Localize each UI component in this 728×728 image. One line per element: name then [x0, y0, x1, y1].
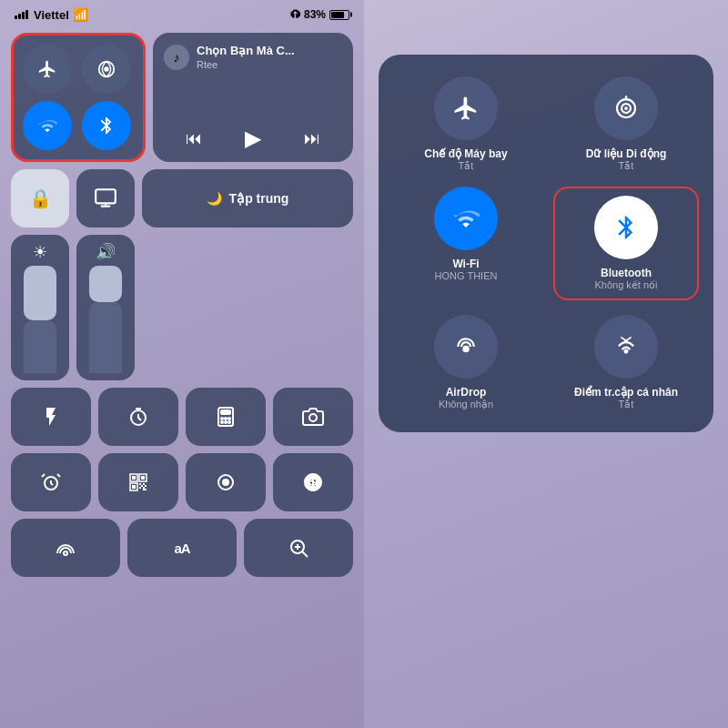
focus-label: Tập trung	[229, 191, 289, 206]
alarm-button[interactable]	[11, 453, 91, 511]
svg-rect-24	[141, 485, 143, 487]
timer-button[interactable]	[98, 388, 178, 446]
svg-point-30	[223, 480, 228, 485]
svg-point-41	[462, 346, 470, 353]
wifi-status-icon: 📶	[73, 7, 88, 22]
brightness-icon: ☀	[33, 242, 47, 262]
track-title: Chọn Bạn Mà C...	[197, 44, 295, 57]
svg-rect-19	[141, 476, 145, 480]
brightness-slider[interactable]: ☀	[11, 235, 69, 380]
svg-rect-2	[96, 189, 116, 203]
airplane-button[interactable]	[23, 45, 72, 94]
mobile-data-sublabel: Tắt	[586, 160, 667, 172]
wifi-sublabel: HONG THIEN	[435, 270, 498, 281]
svg-rect-27	[143, 487, 145, 490]
signal-bar-3	[22, 12, 25, 19]
play-button[interactable]: ▶	[245, 126, 261, 151]
airplane-mode-expanded[interactable]: Chế độ Máy bay Tắt	[393, 76, 539, 172]
brightness-fill	[24, 266, 56, 320]
location-icon: ⮉	[289, 8, 300, 21]
battery-icon	[329, 10, 349, 20]
mobile-data-button[interactable]	[82, 45, 131, 94]
rewind-button[interactable]: ⏮	[186, 129, 202, 148]
airplane-label: Chế độ Máy bay	[424, 147, 507, 160]
expanded-connectivity-panel: Chế độ Máy bay Tắt Dữ liệu Di động Tắt	[379, 55, 713, 432]
now-playing-widget: ♪ Chọn Bạn Mà C... Rtee ⏮ ▶ ⏭	[153, 33, 353, 162]
wifi-button[interactable]	[23, 101, 72, 150]
hotspot-expanded[interactable]: Điểm tr.cập cá nhân Tắt	[553, 315, 699, 410]
bluetooth-circle	[594, 196, 658, 259]
hotspot-sublabel: Tắt	[574, 399, 678, 410]
svg-point-8	[221, 418, 223, 420]
record-button[interactable]	[186, 453, 266, 511]
top-row: ♪ Chọn Bạn Mà C... Rtee ⏮ ▶ ⏭	[11, 33, 353, 162]
focus-button[interactable]: 🌙 Tập trung	[142, 169, 353, 228]
torch-button[interactable]	[11, 388, 91, 446]
signal-bar-2	[18, 14, 21, 19]
track-artist: Rtee	[197, 59, 295, 70]
volume-slider[interactable]: 🔊	[76, 235, 135, 380]
status-bar: Viettel 📶 ⮉ 83%	[0, 0, 364, 25]
status-right: ⮉ 83%	[289, 8, 349, 21]
svg-point-1	[104, 66, 109, 72]
second-row: 🔒 🌙 Tập trung	[11, 169, 353, 228]
carrier-label: Viettel	[34, 8, 69, 22]
hotspot-circle	[594, 315, 658, 379]
mobile-data-expanded[interactable]: Dữ liệu Di động Tắt	[553, 76, 699, 172]
svg-rect-23	[143, 483, 145, 485]
svg-rect-25	[145, 485, 147, 487]
left-phone-panel: Viettel 📶 ⮉ 83%	[0, 0, 364, 728]
airdrop-expanded[interactable]: AirDrop Không nhận	[393, 315, 539, 410]
airplane-circle	[434, 76, 498, 140]
magnifier-button[interactable]	[244, 519, 353, 577]
bluetooth-label: Bluetooth	[594, 267, 657, 279]
svg-point-12	[225, 421, 227, 423]
svg-point-9	[225, 418, 227, 420]
signal-bar-1	[15, 15, 17, 19]
hotspot-label: Điểm tr.cập cá nhân	[574, 386, 678, 399]
text-size-button[interactable]: aA	[127, 519, 237, 577]
mobile-data-circle	[594, 76, 658, 140]
shazam-button[interactable]: S	[273, 453, 353, 511]
volume-fill	[89, 266, 122, 302]
hearing-button[interactable]	[11, 519, 120, 577]
qr-button[interactable]	[98, 453, 178, 511]
calculator-button[interactable]	[186, 388, 266, 446]
connectivity-grid	[11, 33, 146, 162]
airplane-sublabel: Tắt	[424, 160, 507, 172]
text-size-label: aA	[174, 541, 189, 556]
signal-bars	[15, 10, 28, 19]
svg-point-11	[221, 421, 223, 423]
signal-bar-4	[25, 10, 28, 19]
status-left: Viettel 📶	[15, 7, 88, 22]
svg-rect-28	[145, 489, 147, 490]
svg-rect-26	[139, 487, 141, 489]
sliders-row: ☀ 🔊	[11, 235, 353, 380]
right-phone-panel: Chế độ Máy bay Tắt Dữ liệu Di động Tắt	[364, 0, 728, 728]
svg-rect-17	[132, 476, 136, 480]
now-playing-icon: ♪	[164, 45, 189, 70]
svg-point-42	[624, 349, 629, 354]
svg-point-32	[64, 551, 67, 555]
wifi-expanded[interactable]: Wi-Fi HONG THIEN	[393, 187, 539, 300]
bluetooth-button[interactable]	[82, 101, 131, 150]
rotation-lock-button[interactable]: 🔒	[11, 169, 69, 228]
svg-rect-7	[221, 410, 230, 414]
svg-point-43	[624, 339, 628, 343]
svg-line-34	[303, 552, 308, 558]
volume-empty	[89, 302, 122, 373]
screen-mirror-button[interactable]	[76, 169, 135, 228]
fast-forward-button[interactable]: ⏭	[304, 129, 320, 148]
svg-point-13	[228, 421, 230, 423]
volume-icon: 🔊	[96, 242, 116, 262]
camera-button[interactable]	[273, 388, 353, 446]
svg-rect-21	[132, 485, 136, 489]
mobile-data-label: Dữ liệu Di động	[586, 147, 667, 160]
media-controls: ⏮ ▶ ⏭	[164, 126, 342, 151]
svg-point-39	[624, 106, 628, 110]
bluetooth-expanded[interactable]: Bluetooth Không kết nối	[553, 187, 699, 300]
svg-text:S: S	[309, 476, 317, 489]
bluetooth-sublabel: Không kết nối	[594, 279, 657, 291]
brightness-empty	[24, 320, 56, 373]
last-row: aA	[11, 519, 353, 577]
